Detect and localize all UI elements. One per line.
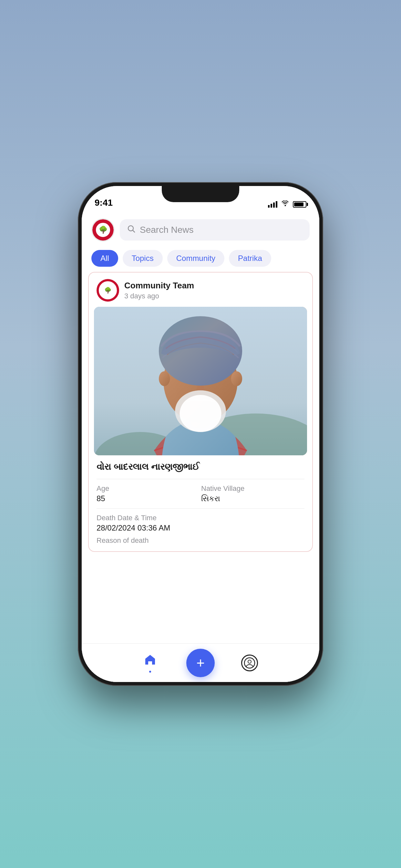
post-author: Community Team — [124, 281, 194, 290]
app-logo: 🌳 — [91, 218, 115, 242]
home-icon — [143, 653, 157, 670]
age-label: Age — [96, 485, 200, 493]
post-avatar: 🌳 — [96, 279, 119, 302]
reason-label: Reason of death — [96, 536, 305, 545]
profile-nav-item[interactable] — [241, 655, 258, 671]
fab-add-button[interactable]: + — [186, 649, 215, 677]
news-feed: 🌳 Community Team 3 days ago — [82, 272, 319, 643]
svg-point-16 — [159, 371, 170, 386]
tab-all[interactable]: All — [91, 250, 118, 267]
village-label: Native Village — [201, 485, 305, 493]
filter-tabs: All Topics Community Patrika — [82, 247, 319, 272]
svg-point-17 — [231, 371, 242, 386]
svg-point-0 — [285, 206, 286, 206]
tab-topics[interactable]: Topics — [123, 250, 163, 267]
age-value: 85 — [96, 494, 200, 503]
tab-patrika[interactable]: Patrika — [229, 250, 271, 267]
details-grid: Age 85 Native Village સિકરા — [96, 479, 305, 503]
home-active-dot — [149, 671, 151, 673]
signal-icon — [268, 201, 277, 208]
post-details: વોરા બાદરલાલ નારણજીભાઈ Age 85 Native Vil… — [89, 455, 312, 551]
app-header: 🌳 Search News — [82, 212, 319, 247]
search-bar[interactable]: Search News — [120, 219, 310, 241]
post-image — [94, 307, 307, 455]
community-tree-icon: 🌳 — [104, 287, 112, 294]
svg-point-20 — [248, 660, 251, 663]
plus-icon: + — [196, 655, 205, 671]
village-col: Native Village સિકરા — [201, 485, 305, 503]
post-time: 3 days ago — [124, 292, 194, 300]
search-placeholder: Search News — [140, 225, 194, 235]
tab-community[interactable]: Community — [167, 250, 224, 267]
death-date-col: Death Date & Time 28/02/2024 03:36 AM — [96, 514, 305, 532]
tree-icon: 🌳 — [99, 226, 107, 234]
post-meta: Community Team 3 days ago — [124, 281, 194, 300]
home-nav-item[interactable] — [143, 653, 157, 673]
search-icon — [127, 224, 136, 236]
wifi-icon — [281, 200, 289, 208]
bottom-nav: + — [82, 643, 319, 682]
age-col: Age 85 — [96, 485, 200, 503]
svg-point-15 — [180, 395, 221, 432]
death-date-label: Death Date & Time — [96, 514, 305, 522]
status-icons — [268, 200, 306, 208]
post-title: વોરા બાદરલાલ નારણજીભાઈ — [96, 462, 305, 472]
death-date-value: 28/02/2024 03:36 AM — [96, 523, 305, 532]
village-value: સિકરા — [201, 494, 305, 503]
battery-icon — [293, 201, 306, 208]
phone-frame: 9:41 — [78, 182, 323, 686]
app-content: 🌳 Search News All Topi — [82, 212, 319, 682]
death-section: Death Date & Time 28/02/2024 03:36 AM — [96, 508, 305, 532]
notch — [162, 186, 239, 202]
post-header: 🌳 Community Team 3 days ago — [89, 273, 312, 307]
post-card[interactable]: 🌳 Community Team 3 days ago — [88, 272, 313, 552]
phone-screen: 9:41 — [82, 186, 319, 682]
